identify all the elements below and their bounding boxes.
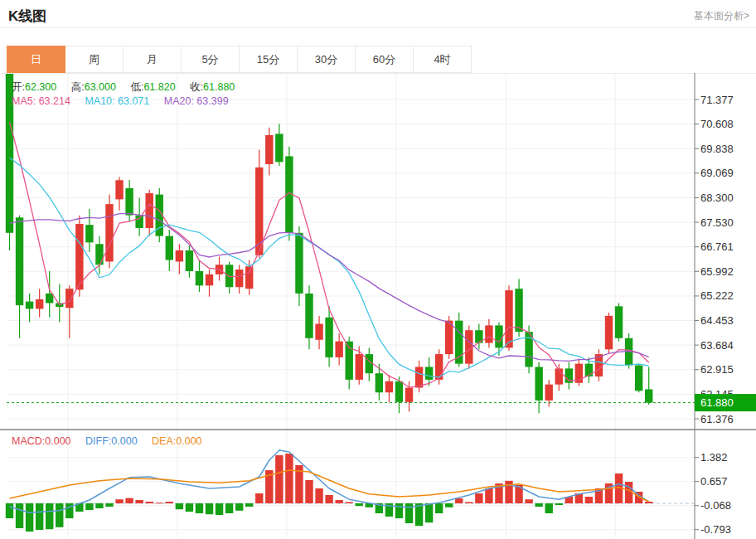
svg-text:-0.793: -0.793 <box>700 523 731 536</box>
tab-5min[interactable]: 5分 <box>182 46 240 73</box>
diff-label: DIFF: <box>85 435 111 447</box>
tab-day[interactable]: 日 <box>7 46 65 73</box>
svg-text:-0.068: -0.068 <box>700 499 731 512</box>
tab-month[interactable]: 月 <box>124 46 182 73</box>
svg-text:64.453: 64.453 <box>700 314 734 327</box>
svg-text:61.376: 61.376 <box>700 413 734 425</box>
ma5-value: 63.214 <box>39 95 70 107</box>
close-label: 收: <box>190 81 203 93</box>
tab-15min[interactable]: 15分 <box>240 46 298 73</box>
ma-info-bar: MA5: 63.214 MA10: 63.071 MA20: 63.399 <box>12 95 229 107</box>
macd-value: 0.000 <box>45 435 70 447</box>
ma10-label: MA10: <box>85 95 114 107</box>
macd-info-bar: MACD:0.000 DIFF:0.000 DEA:0.000 <box>12 435 202 447</box>
diff-value: 0.000 <box>111 435 137 447</box>
svg-text:65.992: 65.992 <box>700 265 734 278</box>
dea-label: DEA: <box>152 435 176 447</box>
svg-text:67.530: 67.530 <box>700 216 734 229</box>
tab-4hour[interactable]: 4时 <box>414 46 472 73</box>
period-tabs: 日周月5分15分30分60分4时 <box>7 46 472 73</box>
kline-page: K线图 基本面分析> 日周月5分15分30分60分4时 71.37770.608… <box>0 0 756 539</box>
close-value: 61.880 <box>203 81 235 93</box>
svg-text:68.300: 68.300 <box>700 192 734 204</box>
low-label: 低: <box>130 81 143 93</box>
svg-text:69.069: 69.069 <box>700 167 734 179</box>
gridlines <box>7 74 695 537</box>
y-axis-labels: 71.37770.60869.83869.06968.30067.53066.7… <box>695 94 734 537</box>
low-value: 61.820 <box>143 81 175 93</box>
svg-text:70.608: 70.608 <box>700 118 734 130</box>
dea-value: 0.000 <box>176 435 201 447</box>
open-value: 62.300 <box>25 81 56 93</box>
svg-text:65.222: 65.222 <box>700 289 734 302</box>
ma10-value: 63.071 <box>118 95 149 107</box>
tab-30min[interactable]: 30分 <box>298 46 356 73</box>
ma20-label: MA20: <box>164 95 194 107</box>
svg-text:61.880: 61.880 <box>700 396 734 409</box>
svg-text:69.838: 69.838 <box>700 143 734 155</box>
tab-60min[interactable]: 60分 <box>356 46 414 73</box>
svg-text:62.915: 62.915 <box>700 363 734 376</box>
ma5-label: MA5: <box>12 95 36 107</box>
svg-text:0.657: 0.657 <box>700 475 728 488</box>
ohlc-info-bar: 开:62.300 高:63.000 低:61.820 收:61.880 <box>12 80 235 95</box>
svg-text:71.377: 71.377 <box>700 94 734 106</box>
open-label: 开: <box>12 81 25 93</box>
candlestick-layer <box>6 74 653 413</box>
svg-text:63.684: 63.684 <box>700 339 734 352</box>
high-value: 63.000 <box>85 81 116 93</box>
ma20-value: 63.399 <box>196 95 228 107</box>
svg-text:1.382: 1.382 <box>700 451 728 464</box>
high-label: 高: <box>71 81 85 93</box>
svg-text:66.761: 66.761 <box>700 240 734 253</box>
tab-week[interactable]: 周 <box>65 46 124 73</box>
last-price-badge: 61.880 <box>695 394 756 411</box>
macd-label: MACD: <box>12 435 45 447</box>
